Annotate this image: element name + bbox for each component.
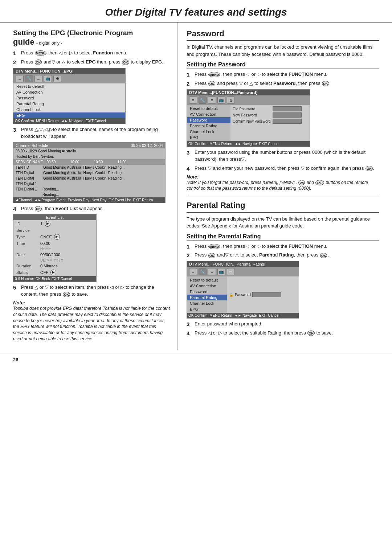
schedule-data-row-5: TEN Digital 1 Reading... bbox=[13, 186, 165, 192]
epg-step-1: 1 Press MENU then ◁ or ▷ to select Funct… bbox=[13, 50, 171, 57]
eventlist-footer: 0-9 Number OK Book EXIT Cancel bbox=[13, 276, 96, 282]
icon-tool: 🔧 bbox=[25, 75, 33, 82]
pm-field-oldpass: Old Password bbox=[233, 106, 307, 111]
pr-menu-titlebar: DTV Menu...[FUNCTION...Parental Rating] bbox=[187, 261, 299, 267]
epg-menu-item-av: AV Connection bbox=[13, 89, 125, 95]
pr-ico-1: ≡ bbox=[189, 268, 197, 275]
pm-item-channellock: Channel Lock bbox=[187, 129, 230, 135]
schedule-title-right: 09:35 02.12. 2004 bbox=[131, 143, 163, 148]
parental-title: Parental Rating bbox=[187, 201, 379, 212]
ok-icon-parental4: OK bbox=[307, 331, 315, 336]
epg-menu-icons: ≡ 🔧 ≡ 📺 ⊕ bbox=[13, 74, 125, 83]
pr-fields: 🔒 Password bbox=[227, 276, 299, 313]
parental-step-num-1: 1 bbox=[187, 243, 195, 250]
ev-row-id: ID 1 ▶ bbox=[13, 220, 96, 227]
epg-step-3: 3 Press △,▽,◁,▷to select the channel, na… bbox=[13, 126, 171, 140]
pr-ico-2: 🔧 bbox=[199, 268, 207, 275]
epg-menu-titlebar: DTV Menu...[FUNCTION...EPG] bbox=[13, 68, 125, 74]
parental-step-body-2: Press OK and▽ or △ to select Parental Ra… bbox=[195, 252, 379, 259]
icon-list: ≡ bbox=[16, 75, 24, 82]
ok-icon-step5: OK bbox=[63, 292, 70, 297]
setting-parental-title: Setting the Parental Rating bbox=[187, 233, 379, 241]
step-num-4: 4 bbox=[13, 205, 21, 212]
pass-step-body-4: Press ▽ and enter your new password, the… bbox=[195, 165, 379, 172]
ev-row-type: Type ONCE ▶ bbox=[13, 233, 96, 241]
ev-arrow-type: ▶ bbox=[54, 234, 60, 240]
ok-icon-pass4: OK bbox=[366, 166, 373, 171]
pm-item-av: AV Connection bbox=[187, 111, 230, 117]
epg-menu-item-channellock: Channel Lock bbox=[13, 107, 125, 112]
step-num-2: 2 bbox=[13, 59, 21, 65]
pr-body: Reset to default AV Connection Password … bbox=[187, 276, 299, 313]
parental-step-2: 2 Press OK and▽ or △ to select Parental … bbox=[187, 252, 379, 259]
right-column: Password In Digital TV, channels and pro… bbox=[178, 22, 392, 350]
pass-step-2: 2 Press OK and press ▽ or △ to select Pa… bbox=[187, 80, 379, 87]
pass-step-3: 3 Enter your password using the number b… bbox=[187, 149, 379, 163]
pass-step-body-1: Press MENU, then press ◁ or ▷ to select … bbox=[195, 71, 379, 78]
step-num-1: 1 bbox=[13, 50, 21, 56]
epg-menu-footer: OK Confirm MENU Return ◄► Navigate EXIT … bbox=[13, 118, 125, 124]
parental-menu-box: DTV Menu...[FUNCTION...Parental Rating] … bbox=[187, 261, 299, 319]
left-column: Setting the EPG (Electronic Program guid… bbox=[0, 22, 178, 350]
pm-newpass-input bbox=[273, 112, 302, 118]
ok-icon-parental2b: OK bbox=[320, 253, 327, 258]
step-num-3: 3 bbox=[13, 126, 21, 133]
pass-step-body-2: Press OK and press ▽ or △ to select Pass… bbox=[195, 80, 379, 87]
pr-ico-5: ⊕ bbox=[227, 268, 235, 275]
setting-password-title: Setting the Password bbox=[187, 61, 379, 69]
ok-icon-pass2b: OK bbox=[322, 81, 329, 86]
pass-step-num-4: 4 bbox=[187, 165, 195, 172]
ev-arrow-status: ▶ bbox=[50, 270, 56, 275]
pr-password-input bbox=[252, 292, 281, 297]
menu-icon-parental1: MENU bbox=[208, 244, 220, 249]
epg-menu-item-password: Password bbox=[13, 95, 125, 101]
pr-ico-4: 📺 bbox=[217, 268, 225, 275]
pm-item-reset: Reset to default bbox=[187, 106, 230, 111]
pass-step-4: 4 Press ▽ and enter your new password, t… bbox=[187, 165, 379, 172]
parental-intro: The type of program displayed on the TV … bbox=[187, 216, 379, 230]
ok-icon-step4: OK bbox=[35, 206, 42, 212]
pm-ico-5: ⊕ bbox=[227, 97, 235, 104]
schedule-col-headers: SERVICE NAME 09:30 10:00 10:30 11:00 bbox=[13, 159, 165, 165]
page-title: Other Digital TV features and settings bbox=[0, 7, 392, 18]
schedule-title-left: Channel Schedule bbox=[16, 143, 48, 148]
pr-item-reset: Reset to default bbox=[187, 277, 227, 283]
eventlist-box: Event List ID 1 ▶ Service Type ONCE ▶ Ti… bbox=[13, 214, 97, 282]
pass-menu-body: Reset to default AV Connection Password … bbox=[187, 105, 310, 141]
ev-row-date-fmt: DD/MM/YYYY bbox=[13, 258, 96, 263]
pm-field-confirm: Confirm New Password bbox=[233, 119, 307, 124]
step-body-2: Press OK and▽ or △ to select EPG then, p… bbox=[21, 59, 171, 66]
parental-step-body-3: Enter password when prompted. bbox=[195, 321, 379, 328]
pr-item-parental: Parental Rating bbox=[187, 295, 227, 300]
password-intro: In Digital TV, channels and programs can… bbox=[187, 44, 379, 58]
step-body-4: Press OK, then Event List will appear. bbox=[21, 205, 171, 212]
parental-step-num-3: 3 bbox=[187, 321, 195, 327]
ev-row-status: Status OFF ▶ bbox=[13, 269, 96, 276]
pm-oldpass-input bbox=[273, 106, 302, 111]
pm-field-newpass: New Password bbox=[233, 112, 307, 118]
schedule-data-row-4: TEN Digital 1 bbox=[13, 181, 165, 186]
pass-menu-fields: Old Password New Password Confirm New Pa… bbox=[230, 105, 310, 141]
parental-step-1: 1 Press MENU, then press ◁ or ▷ to selec… bbox=[187, 243, 379, 250]
ok-icon-pass2: OK bbox=[208, 81, 216, 86]
parental-step-body-4: Press ◁ or ▷ to select the suitable Rati… bbox=[195, 330, 379, 337]
epg-step-4: 4 Press OK, then Event List will appear. bbox=[13, 205, 171, 212]
pass-menu-footer: OK Confirm MENU Return ◄► Navigate EXIT … bbox=[187, 141, 310, 147]
epg-section-title: Setting the EPG (Electronic Program guid… bbox=[13, 29, 171, 47]
schedule-titlebar: Channel Schedule 09:35 02.12. 2004 bbox=[13, 143, 165, 148]
pr-menu-footer: OK Confirm MENU Return ◄► Navigate EXIT … bbox=[187, 313, 299, 318]
epg-step-5: 5 Press △ or ▽ to select an item, then p… bbox=[13, 284, 171, 298]
epg-menu-box: DTV Menu...[FUNCTION...EPG] ≡ 🔧 ≡ 📺 ⊕ Re… bbox=[13, 68, 126, 124]
pr-menu-icons: ≡ 🔧 ≡ 📺 ⊕ bbox=[187, 267, 299, 276]
pass-step-num-1: 1 bbox=[187, 71, 195, 78]
pass-step-1: 1 Press MENU, then press ◁ or ▷ to selec… bbox=[187, 71, 379, 78]
step-body-5: Press △ or ▽ to select an item, then pre… bbox=[21, 284, 171, 298]
schedule-data-row-6: Reading... bbox=[13, 192, 165, 197]
pm-item-epg: EPG bbox=[187, 135, 230, 140]
menu-icon: MENU bbox=[35, 50, 47, 56]
ok-icon: OK bbox=[35, 59, 42, 65]
pm-item-parental: Parental Rating bbox=[187, 123, 230, 129]
pass-menu-icons: ≡ 🔧 ≡ 📺 ⊕ bbox=[187, 95, 310, 105]
pm-ico-3: ≡ bbox=[208, 97, 216, 104]
page-header: Other Digital TV features and settings bbox=[0, 0, 392, 22]
